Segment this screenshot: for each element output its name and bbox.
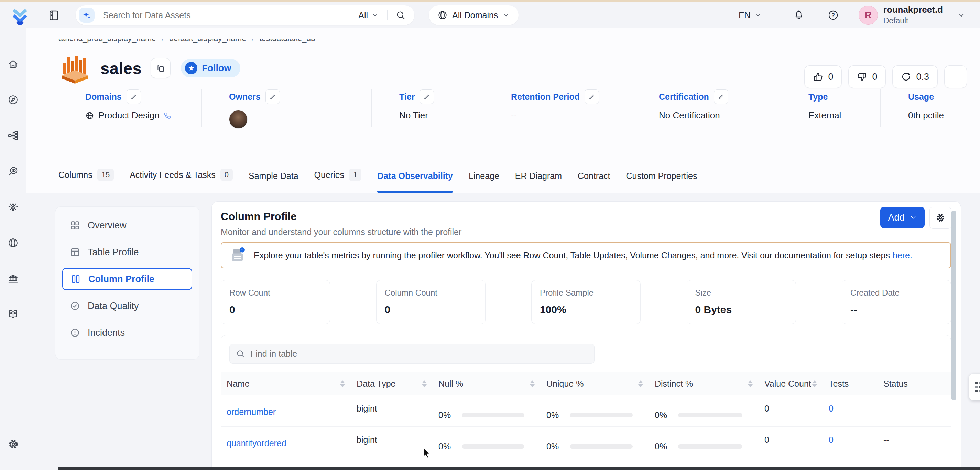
domain-value[interactable]: Product Design [99,110,159,121]
find-in-table-search[interactable] [229,344,595,364]
notifications-bell-icon[interactable] [793,10,804,21]
tab-lineage[interactable]: Lineage [469,171,499,193]
tab-sample-data[interactable]: Sample Data [248,171,299,193]
sidebar-item-table-profile[interactable]: Table Profile [62,241,192,263]
more-actions-kebab-button[interactable] [944,65,967,88]
breadcrumb-item[interactable]: testdatalake_db [259,38,315,43]
edit-pencil-icon[interactable] [585,89,599,104]
version-button[interactable]: 0.3 [892,65,938,88]
sort-icon[interactable] [638,380,643,387]
find-in-table-input[interactable] [250,349,588,359]
tests-cell[interactable]: 0 [823,395,878,426]
edit-pencil-icon[interactable] [714,89,728,104]
observability-search-eye-icon[interactable] [8,166,19,177]
sort-icon[interactable] [340,380,345,387]
column-name-cell[interactable]: quantityordered [221,427,351,457]
governance-bank-icon[interactable] [8,273,19,284]
user-team: Default [883,16,943,25]
bottom-window-edge [59,467,980,470]
edit-pencil-icon[interactable] [127,89,141,104]
settings-gear-icon[interactable] [8,438,19,450]
downvote-button[interactable]: 0 [848,65,886,88]
sort-icon[interactable] [748,380,753,387]
column-header-value-count[interactable]: Value Count [759,372,823,395]
chevron-down-icon[interactable] [957,11,966,19]
follow-button[interactable]: ★ Follow [181,59,240,77]
add-button[interactable]: Add [880,207,924,228]
glossary-book-icon[interactable] [8,309,19,320]
mouse-cursor [422,447,433,459]
profiler-settings-button[interactable] [929,207,951,229]
column-header-status: Status [878,372,951,395]
language-selector[interactable]: EN [738,10,762,20]
help-icon[interactable]: ? [828,10,839,21]
stat-label: Profile Sample [540,288,632,298]
stat-value: 0 [229,304,321,315]
data-type-cell: bigint [351,427,433,457]
app-logo[interactable] [10,5,32,25]
stat-card-column-count: Column Count 0 [376,280,485,324]
sort-icon[interactable] [530,380,535,387]
search-icon[interactable] [396,10,406,20]
column-header-unique[interactable]: Unique % [541,372,649,395]
page-title: sales [100,59,142,78]
stat-value: 0 [385,304,477,315]
banner-docs-link[interactable]: here. [892,250,912,260]
tab-data-observability[interactable]: Data Observability [377,171,453,193]
column-header-distinct[interactable]: Distinct % [649,372,759,395]
ai-sparkles-icon[interactable] [79,8,95,23]
tab-activity-feeds[interactable]: Activity Feeds & Tasks 0 [130,169,233,193]
column-name-link[interactable]: ordernumber [227,407,276,417]
table-row: ordernumber bigint 0% 0% 0% 0 0 -- [221,395,951,427]
tests-cell[interactable]: 0 [823,427,878,457]
chevron-down-icon[interactable] [371,11,379,19]
edit-pencil-icon[interactable] [420,89,434,104]
sort-icon[interactable] [422,380,427,387]
domains-filter-button[interactable]: All Domains [429,5,519,25]
sidebar-item-overview[interactable]: Overview [62,214,192,236]
sidebar-item-column-profile[interactable]: Column Profile [62,268,192,290]
lineage-flow-icon[interactable] [8,130,19,141]
column-name-cell[interactable]: ordernumber [221,395,351,426]
tab-badge: 0 [220,169,233,181]
columns-icon [70,274,81,284]
home-icon[interactable] [8,59,19,70]
domains-globe-icon[interactable] [8,237,19,249]
user-block[interactable]: rounakpreet.d Default [883,5,943,25]
tab-custom-properties[interactable]: Custom Properties [626,171,697,193]
insights-bulb-icon[interactable] [8,202,19,213]
sidebar-item-incidents[interactable]: Incidents [62,322,192,344]
tab-er-diagram[interactable]: ER Diagram [515,171,562,193]
search-scope-value[interactable]: All [358,10,368,20]
column-name-link[interactable]: quantityordered [227,438,286,448]
sidebar-toggle-icon[interactable] [48,10,59,21]
chevron-down-icon [503,12,510,19]
stat-card-row-count: Row Count 0 [221,280,330,324]
column-header-name[interactable]: Name [221,372,351,395]
svg-text:?: ? [832,13,835,18]
column-header-data-type[interactable]: Data Type [351,372,433,395]
upvote-count: 0 [828,72,833,82]
tab-contract[interactable]: Contract [578,171,610,193]
upvote-button[interactable]: 0 [804,65,842,88]
stat-value: 0 Bytes [695,304,788,315]
user-avatar[interactable]: R [859,5,878,25]
column-header-null[interactable]: Null % [433,372,541,395]
owner-avatar[interactable] [229,110,248,129]
sidebar-item-data-quality[interactable]: Data Quality [62,295,192,317]
global-search-bar[interactable]: All [76,5,414,25]
copy-name-button[interactable] [151,58,170,78]
edit-pencil-icon[interactable] [266,89,280,104]
tab-label: Custom Properties [626,171,697,181]
search-input[interactable] [102,10,358,21]
breadcrumb-item[interactable]: athena_prod_display_name [59,38,156,43]
tab-columns[interactable]: Columns 15 [59,169,114,193]
breadcrumb-item[interactable]: default_display_name [169,38,246,43]
tab-queries[interactable]: Queries 1 [314,169,362,193]
sort-icon[interactable] [812,380,817,387]
explore-compass-icon[interactable] [8,94,19,105]
subdomain-link-icon[interactable] [164,112,171,119]
sidebar-item-label: Data Quality [88,301,139,311]
scrollbar-thumb[interactable] [951,210,956,400]
floating-side-widget[interactable] [969,374,980,400]
